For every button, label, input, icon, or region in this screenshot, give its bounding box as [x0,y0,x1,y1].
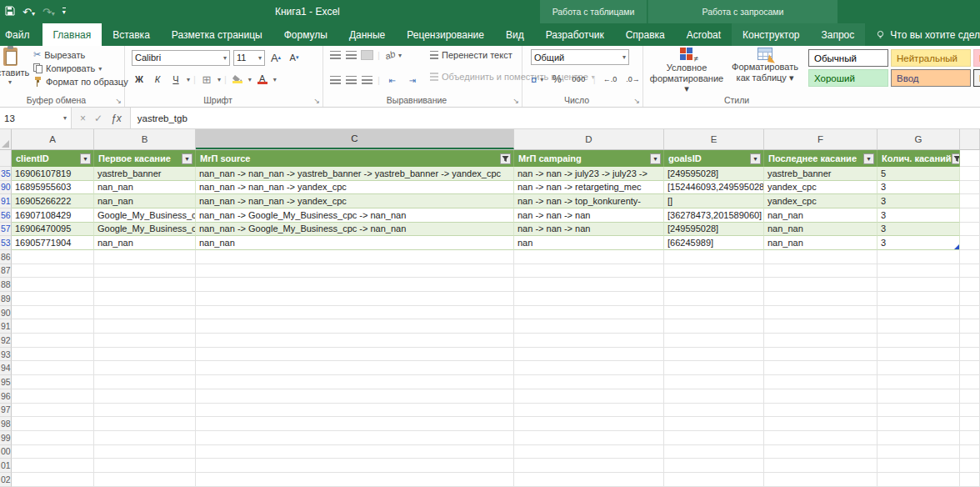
table-cell[interactable]: 16906470095 [12,223,94,237]
row-header[interactable]: 01 [0,459,12,473]
table-cell[interactable]: 3 [878,208,960,223]
table-cell[interactable]: nan_nan [94,181,196,195]
grid-cell[interactable] [514,319,664,334]
row-header[interactable]: 88 [0,278,12,292]
tab-конструктор[interactable]: Конструктор [732,23,810,46]
name-box-dropdown-icon[interactable]: ▾ [63,114,67,122]
row-header[interactable]: 87 [0,264,12,279]
grid-cell[interactable] [764,445,878,459]
row-header[interactable]: 56 [0,208,12,223]
grid-cell[interactable] [960,375,980,389]
table-cell[interactable]: nan_nan -> Google_My_Business_cpc -> nan… [196,223,514,237]
table-cell[interactable]: nan_nan [94,194,196,208]
row-header[interactable]: 95 [0,375,12,389]
clipboard-dialog-launcher-icon[interactable]: ↘ [115,98,122,105]
table-cell[interactable]: 16895955603 [12,181,94,195]
table-cell[interactable]: 3 [878,194,960,208]
grid-cell[interactable] [878,459,960,473]
table-cell[interactable]: 16905771904 [12,236,94,250]
grid-cell[interactable] [878,306,960,320]
grid-cell[interactable] [878,417,960,431]
grid-cell[interactable] [514,306,664,320]
wrap-text-button[interactable]: Перенести текст [430,50,512,60]
grid-cell[interactable] [196,319,514,334]
grid-cell[interactable] [764,473,878,487]
table-column-header-4[interactable]: MrП campaing▼ [514,150,664,167]
grid-cell[interactable] [664,417,764,431]
grid-cell[interactable] [514,348,664,362]
grid-cell[interactable] [12,319,94,334]
undo-dropdown-icon[interactable]: ▾ [32,10,35,18]
table-cell[interactable]: nan -> nan -> nan [514,208,664,223]
table-cell[interactable]: 16907108429 [12,208,94,223]
paste-dropdown-icon[interactable]: ▾ [8,78,12,86]
grid-cell[interactable] [514,375,664,389]
grid-cell[interactable] [764,404,878,418]
grid-cell[interactable] [94,375,196,389]
table-cell[interactable]: nan_nan -> nan_nan -> yandex_cpc [196,181,514,195]
table-column-header-6[interactable]: Последнее касание▼ [764,150,878,167]
table-cell[interactable]: [249595028] [664,167,764,181]
table-cell[interactable]: [66245989] [664,236,764,250]
table-cell[interactable]: nan -> nan -> nan [514,223,664,237]
grid-cell[interactable] [514,404,664,418]
orientation-button[interactable]: ab▾ [385,50,402,60]
grid-cell[interactable] [878,404,960,418]
grid-cell[interactable] [94,334,196,348]
tab-формулы[interactable]: Формулы [273,23,338,46]
grid-cell[interactable] [764,250,878,264]
grid-cell[interactable] [878,361,960,375]
row-header[interactable]: 99 [0,431,12,445]
decrease-indent-icon[interactable]: ⇤ [385,72,400,88]
tab-разметка-страницы[interactable]: Разметка страницы [161,23,273,46]
grid-cell[interactable] [514,473,664,487]
grid-cell[interactable] [960,361,980,375]
table-cell[interactable]: nan_nan [764,236,878,250]
bold-button[interactable]: Ж [132,71,147,88]
table-cell[interactable]: [36278473,201589060] [664,208,764,223]
font-name-select[interactable]: Calibri▾ [132,50,230,66]
column-header-b[interactable]: B [94,129,196,149]
grid-cell[interactable] [960,167,980,181]
grid-cell[interactable] [94,389,196,404]
cell-style-нейтральный[interactable]: Нейтральный [891,49,971,67]
grid-cell[interactable] [764,292,878,306]
grid-cell[interactable] [514,459,664,473]
grid-cell[interactable] [196,404,514,418]
copy-button[interactable]: Копировать▾ [33,63,128,73]
grow-font-button[interactable]: А▴ [268,49,283,66]
table-cell[interactable]: 5 [878,167,960,181]
filter-dropdown-icon[interactable]: ▼ [863,153,874,164]
grid-cell[interactable] [664,473,764,487]
paste-button[interactable]: Вставить ▾ [0,48,32,86]
grid-cell[interactable] [94,431,196,445]
font-color-dropdown-icon[interactable]: ▾ [273,76,277,83]
grid-cell[interactable] [960,445,980,459]
cell-style-плохой[interactable]: Плохой [973,49,980,67]
grid-cell[interactable] [764,389,878,404]
table-cell[interactable]: 16906107819 [12,167,94,181]
table-cell[interactable]: nan_nan [94,236,196,250]
grid-cell[interactable] [664,264,764,279]
grid-cell[interactable] [94,319,196,334]
fill-color-dropdown-icon[interactable]: ▾ [248,76,252,83]
column-header-c[interactable]: C [196,129,514,149]
grid-cell[interactable] [196,375,514,389]
grid-cell[interactable] [664,278,764,292]
underline-dropdown-icon[interactable]: ▾ [187,76,190,83]
table-cell[interactable]: nan_nan -> nan_nan -> yandex_cpc [196,194,514,208]
grid-cell[interactable] [960,194,980,208]
grid-cell[interactable] [12,306,94,320]
grid-cell[interactable] [196,292,514,306]
cell-style-хороший[interactable]: Хороший [808,69,888,87]
font-size-select[interactable]: 11▾ [233,50,265,66]
grid-cell[interactable] [960,459,980,473]
grid-cell[interactable] [960,181,980,195]
table-cell[interactable]: nan [514,236,664,250]
grid-cell[interactable] [94,348,196,362]
grid-cell[interactable] [94,306,196,320]
tab-acrobat[interactable]: Acrobat [676,23,732,46]
row-header[interactable]: 96 [0,389,12,404]
grid-cell[interactable] [12,292,94,306]
grid-cell[interactable] [664,375,764,389]
